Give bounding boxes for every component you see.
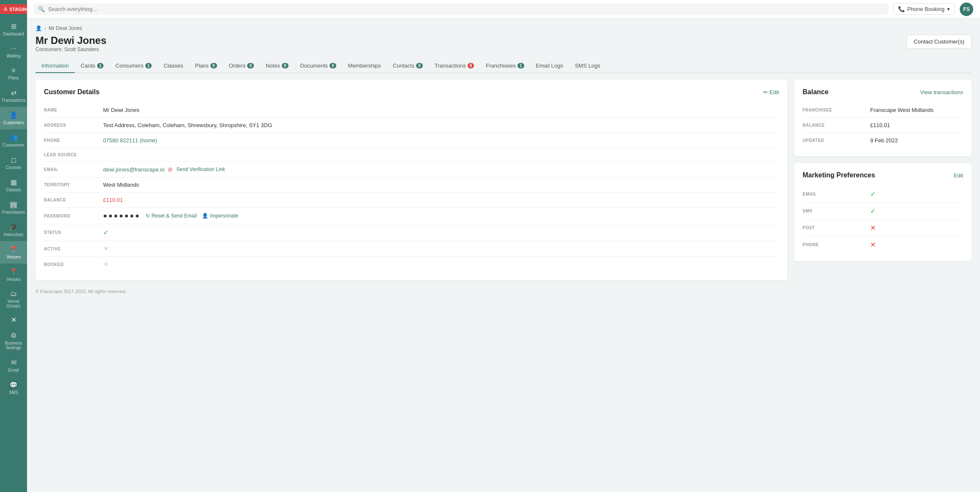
- sidebar-item-waiting[interactable]: ··· Waiting: [0, 41, 27, 63]
- tab-plans[interactable]: Plans 0: [189, 59, 223, 73]
- tab-franchisees[interactable]: Franchisees 1: [480, 59, 530, 73]
- tab-consumers[interactable]: Consumers 1: [109, 59, 158, 73]
- updated-label: UPDATED: [803, 138, 870, 143]
- sidebar-item-close[interactable]: ✕: [0, 313, 27, 327]
- venues-icon: 📍: [9, 245, 18, 253]
- tab-email-logs[interactable]: Email Logs: [530, 59, 569, 73]
- detail-row-lead-source: LEAD SOURCE: [44, 148, 779, 162]
- booked-eye-icon: 👁: [103, 261, 779, 268]
- status-label: STATUS: [44, 230, 103, 235]
- avatar[interactable]: FS: [960, 3, 973, 16]
- status-check: ✓: [103, 228, 779, 236]
- instructors-icon: 🎓: [9, 223, 18, 231]
- lead-source-label: LEAD SOURCE: [44, 152, 103, 157]
- balance-card: Balance View transactions FRANCHISEE Fra…: [794, 80, 972, 156]
- address-value: Test Address, Coleham, Coleham, Shrewsbu…: [103, 122, 779, 128]
- send-verification-link[interactable]: Send Verification Link: [176, 166, 225, 172]
- sidebar-item-plans[interactable]: ≡ Plans: [0, 63, 27, 84]
- sidebar-item-email[interactable]: ✉ Email: [0, 354, 27, 377]
- marketing-phone-value: ✕: [870, 241, 963, 249]
- email-row: dewi.jones@franscape.io ⊘ Send Verificat…: [103, 166, 779, 173]
- reset-send-email-button[interactable]: ↻ Reset & Send Email: [146, 213, 197, 219]
- refresh-icon: ↻: [146, 213, 150, 219]
- tab-documents[interactable]: Documents 0: [294, 59, 342, 73]
- staging-badge: ⚠ STAGING: [0, 4, 27, 14]
- updated-value: 9 Feb 2022: [870, 137, 963, 144]
- phone-value[interactable]: 07580 822111 (home): [103, 137, 779, 144]
- search-input[interactable]: [48, 6, 884, 12]
- balance-label-detail: BALANCE: [44, 198, 103, 202]
- sidebar-item-dashboard[interactable]: ⊞ Dashboard: [0, 18, 27, 41]
- franchisee-value: Franscape West Midlands: [870, 107, 963, 113]
- tab-information[interactable]: Information: [35, 59, 75, 73]
- updated-row: UPDATED 9 Feb 2022: [803, 133, 963, 148]
- tab-notes[interactable]: Notes 0: [260, 59, 294, 73]
- balance-value-detail: £110.01: [103, 197, 779, 203]
- impersonate-button[interactable]: 👤 Impersonate: [202, 213, 238, 219]
- customer-details-card: Customer Details ✏ Edit NAME Mr Dewi Jon…: [35, 80, 787, 280]
- waiting-icon: ···: [11, 45, 16, 52]
- sidebar-item-label: Venues: [6, 255, 20, 259]
- tab-classes[interactable]: Classes: [158, 59, 189, 73]
- detail-row-active: ACTIVE 👁: [44, 241, 779, 257]
- active-label: ACTIVE: [44, 247, 103, 251]
- sidebar-item-business-settings[interactable]: ⚙ Business Settings: [0, 327, 27, 354]
- franchisee-label: FRANCHISEE: [803, 108, 870, 112]
- sms-icon: 💬: [9, 381, 18, 389]
- search-box[interactable]: 🔍: [34, 3, 888, 15]
- sidebar-item-label: Business Settings: [2, 341, 25, 350]
- sidebar-item-transactions[interactable]: ⇄ Transactions: [0, 84, 27, 107]
- password-label: PASSWORD: [44, 214, 103, 218]
- topbar: 🔍 📞 Phone Booking ▾ FS: [27, 0, 980, 19]
- sidebar-item-label: Customers: [3, 120, 24, 125]
- edit-button[interactable]: ✏ Edit: [763, 89, 779, 95]
- sidebar-item-customers[interactable]: 👤 Customers: [0, 107, 27, 129]
- transactions-icon: ⇄: [11, 89, 16, 97]
- sidebar-item-classes[interactable]: ▦ Classes: [0, 174, 27, 196]
- tab-sms-logs[interactable]: SMS Logs: [569, 59, 606, 73]
- sidebar-item-label: SMS: [9, 390, 18, 395]
- sidebar-item-venues2[interactable]: 📍 Venues: [0, 264, 27, 286]
- tab-memberships[interactable]: Memberships: [342, 59, 387, 73]
- marketing-card-header: Marketing Preferences Edit: [803, 171, 963, 179]
- contact-customer-button[interactable]: Contact Customer(s): [906, 35, 972, 49]
- phone-booking-button[interactable]: 📞 Phone Booking ▾: [893, 3, 955, 15]
- tab-orders[interactable]: Orders 0: [223, 59, 260, 73]
- marketing-post-value: ✕: [870, 224, 963, 232]
- phone-icon: 📞: [898, 6, 905, 12]
- sidebar-item-label: Waiting: [7, 54, 21, 58]
- marketing-phone-label: PHONE: [803, 242, 870, 247]
- marketing-edit-button[interactable]: Edit: [954, 172, 963, 179]
- courses-icon: ◻: [11, 156, 16, 164]
- sidebar-item-label: Instructors: [4, 232, 24, 237]
- email-icon: ✉: [11, 359, 16, 367]
- tab-transactions[interactable]: Transactions 8: [429, 59, 480, 73]
- topbar-right: 📞 Phone Booking ▾ FS: [893, 3, 973, 16]
- tab-cards[interactable]: Cards 1: [75, 59, 109, 73]
- marketing-email-row: EMAIL ✓: [803, 186, 963, 203]
- consumers-icon: 👥: [9, 133, 18, 141]
- detail-row-name: NAME Mr Dewi Jones: [44, 103, 779, 118]
- marketing-sms-label: SMS: [803, 209, 870, 213]
- sidebar-item-venues[interactable]: 📍 Venues: [0, 241, 27, 264]
- sidebar-item-courses[interactable]: ◻ Courses: [0, 152, 27, 174]
- email-value[interactable]: dewi.jones@franscape.io: [103, 166, 164, 173]
- sidebar-item-instructors[interactable]: 🎓 Instructors: [0, 219, 27, 241]
- page-title: Mr Dewi Jones: [35, 35, 106, 46]
- venues2-icon: 📍: [9, 268, 18, 276]
- close-icon: ✕: [11, 316, 16, 324]
- consumers-label: Consumers: Scott Saunders: [35, 46, 106, 52]
- marketing-phone-row: PHONE ✕: [803, 236, 963, 253]
- address-label: ADDRESS: [44, 123, 103, 128]
- sidebar-item-sms[interactable]: 💬 SMS: [0, 377, 27, 399]
- tab-contacts[interactable]: Contacts 0: [387, 59, 429, 73]
- balance-amount-label: BALANCE: [803, 123, 870, 128]
- view-transactions-button[interactable]: View transactions: [920, 89, 963, 95]
- sidebar-item-venue-groups[interactable]: 🗂 Venue Groups: [0, 286, 27, 313]
- detail-row-status: STATUS ✓: [44, 224, 779, 241]
- page-header: Mr Dewi Jones Consumers: Scott Saunders …: [35, 35, 972, 57]
- chevron-down-icon: ▾: [947, 6, 950, 12]
- booked-label: BOOKED: [44, 262, 103, 267]
- sidebar-item-consumers[interactable]: 👥 Consumers: [0, 129, 27, 152]
- sidebar-item-franchisees[interactable]: 🏢 Franchisees: [0, 196, 27, 219]
